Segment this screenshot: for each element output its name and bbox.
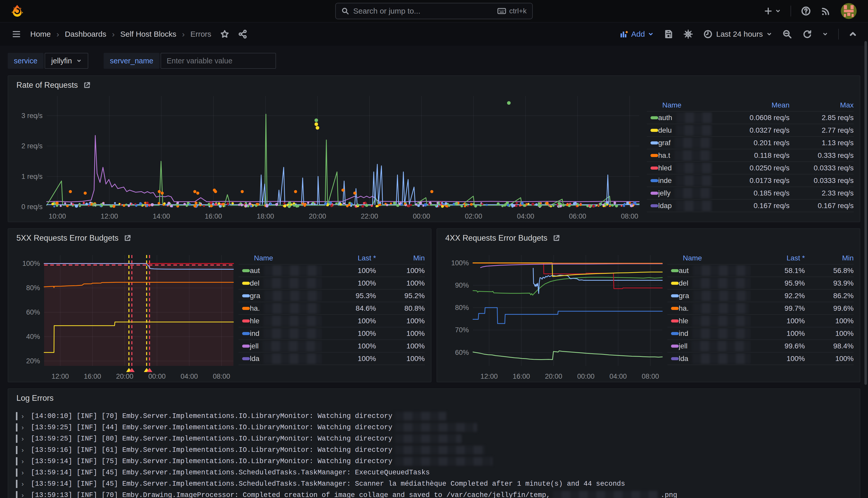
add-button[interactable]: Add: [619, 30, 654, 39]
legend-row[interactable]: inde 0.0173 req/s 0.0333 req/s: [647, 174, 854, 187]
log-row[interactable]: › [13:59:25] [INF] [80] Emby.Server.Impl…: [16, 433, 852, 444]
breadcrumb: Home › Dashboards › Self Host Blocks › E…: [30, 29, 211, 39]
log-expand-icon[interactable]: ›: [22, 480, 27, 488]
legend-row[interactable]: del 95.9% 93.9%: [667, 277, 854, 290]
legend-row[interactable]: hled 0.0250 req/s 0.0333 req/s: [647, 162, 854, 174]
redacted-name: [676, 162, 712, 174]
svg-text:20:00: 20:00: [309, 212, 326, 220]
share-icon[interactable]: [238, 29, 247, 39]
legend-col-min[interactable]: Min: [805, 254, 854, 262]
external-link-icon[interactable]: [552, 234, 560, 242]
rate-of-requests-chart[interactable]: 0 req/s1 req/s2 req/s3 req/s10:0012:0014…: [8, 92, 644, 222]
log-expand-icon[interactable]: ›: [22, 457, 27, 466]
legend-row[interactable]: jell 99.6% 98.4%: [667, 340, 854, 353]
page-scrollbar[interactable]: [864, 41, 867, 385]
help-icon[interactable]: [801, 6, 811, 16]
svg-text:12:00: 12:00: [480, 372, 498, 380]
redacted-path: [395, 412, 446, 420]
save-icon[interactable]: [664, 29, 673, 39]
legend-col-last[interactable]: Last *: [322, 254, 376, 262]
search-input[interactable]: Search or jump to... ctrl+k: [335, 3, 533, 19]
search-icon: [342, 7, 349, 15]
log-level-bar: [16, 480, 17, 488]
svg-text:16:00: 16:00: [205, 212, 222, 220]
breadcrumb-home[interactable]: Home: [30, 30, 51, 39]
redacted-path: [395, 423, 477, 432]
legend-col-mean[interactable]: Mean: [712, 101, 789, 109]
log-expand-icon[interactable]: ›: [22, 491, 27, 498]
grafana-logo-icon[interactable]: [11, 5, 23, 17]
5xx-error-budget-chart[interactable]: 20%40%60%80%100%12:0016:0020:0000:0004:0…: [8, 245, 236, 382]
panel-title[interactable]: Log Errors: [16, 394, 54, 403]
svg-text:80%: 80%: [26, 284, 40, 292]
refresh-icon[interactable]: [802, 29, 812, 39]
legend-row[interactable]: ha.t 0.118 req/s 0.333 req/s: [647, 149, 854, 162]
legend-row[interactable]: ind 100% 100%: [667, 327, 854, 340]
collapse-caret-up-icon[interactable]: [849, 30, 857, 38]
legend-row[interactable]: aut 58.1% 56.8%: [667, 264, 854, 277]
menu-icon[interactable]: [11, 30, 22, 39]
legend-row[interactable]: delu 0.0327 req/s 2.77 req/s: [647, 124, 854, 137]
legend-row[interactable]: jell 100% 100%: [239, 340, 425, 353]
log-row[interactable]: › [13:59:14] [INF] [45] Emby.Server.Impl…: [16, 467, 852, 478]
legend-row[interactable]: hle 100% 100%: [667, 315, 854, 327]
external-link-icon[interactable]: [83, 81, 91, 89]
legend-col-max[interactable]: Max: [789, 101, 854, 109]
log-row[interactable]: › [14:00:10] [INF] [70] Emby.Server.Impl…: [16, 410, 852, 422]
log-row[interactable]: › [13:59:13] [INF] [70] Emby.Drawing.Ima…: [16, 489, 852, 498]
chevron-down-icon: [766, 31, 772, 37]
log-row[interactable]: › [13:59:14] [INF] [45] Emby.Server.Impl…: [16, 478, 852, 489]
new-button[interactable]: [764, 7, 781, 15]
legend-row[interactable]: lda 100% 100%: [239, 353, 425, 365]
variable-server-name-input[interactable]: [161, 53, 276, 69]
series-color-swatch: [651, 204, 658, 207]
panel-title[interactable]: Rate of Requests: [16, 81, 78, 90]
zoom-out-icon[interactable]: [782, 29, 792, 39]
panel-title[interactable]: 5XX Requests Error Budgets: [16, 234, 119, 243]
legend-row[interactable]: jelly 0.185 req/s 2.33 req/s: [647, 187, 854, 200]
user-avatar[interactable]: [841, 3, 857, 19]
legend-row[interactable]: ha. 84.6% 80.8%: [239, 302, 425, 315]
log-expand-icon[interactable]: ›: [22, 412, 27, 420]
legend-row[interactable]: del 100% 100%: [239, 277, 425, 290]
legend-row[interactable]: gra 95.3% 95.2%: [239, 290, 425, 302]
refresh-interval-chevron-icon[interactable]: [822, 31, 828, 37]
variable-service-select[interactable]: jellyfin: [45, 53, 89, 69]
legend-row[interactable]: hle 100% 100%: [239, 315, 425, 327]
star-icon[interactable]: [220, 29, 229, 39]
settings-gear-icon[interactable]: [683, 29, 693, 39]
legend-col-last[interactable]: Last *: [751, 254, 805, 262]
legend-row[interactable]: ind 100% 100%: [239, 327, 425, 340]
legend-row[interactable]: ha. 99.7% 99.6%: [667, 302, 854, 315]
legend-row[interactable]: lda 100% 100%: [667, 353, 854, 365]
legend-col-name[interactable]: Name: [662, 101, 712, 109]
redacted-name: [692, 315, 751, 327]
panel-title[interactable]: 4XX Requests Error Budgets: [445, 234, 547, 243]
log-row[interactable]: › [13:59:16] [INF] [61] Emby.Server.Impl…: [16, 444, 852, 456]
legend-row[interactable]: auth 0.0608 req/s 2.85 req/s: [647, 112, 854, 124]
news-rss-icon[interactable]: [821, 6, 831, 16]
legend-row[interactable]: aut 100% 100%: [239, 264, 425, 277]
legend-col-name[interactable]: Name: [683, 254, 751, 262]
legend-col-name[interactable]: Name: [254, 254, 322, 262]
log-expand-icon[interactable]: ›: [22, 435, 27, 443]
log-row[interactable]: › [13:59:25] [INF] [44] Emby.Server.Impl…: [16, 422, 852, 433]
4xx-error-budget-chart[interactable]: 60%70%80%90%100%12:0016:0020:0000:0004:0…: [437, 245, 665, 382]
log-expand-icon[interactable]: ›: [22, 446, 27, 454]
legend-row[interactable]: graf 0.201 req/s 1.13 req/s: [647, 137, 854, 149]
series-color-swatch: [651, 192, 658, 195]
series-color-swatch: [242, 282, 250, 285]
legend-row[interactable]: ldap 0.167 req/s 0.167 req/s: [647, 200, 854, 212]
external-link-icon[interactable]: [124, 234, 131, 242]
log-expand-icon[interactable]: ›: [22, 423, 27, 432]
breadcrumb-dashboards[interactable]: Dashboards: [65, 30, 106, 39]
log-expand-icon[interactable]: ›: [22, 469, 27, 477]
time-range-picker[interactable]: Last 24 hours: [703, 29, 772, 39]
legend-col-min[interactable]: Min: [376, 254, 425, 262]
legend-rows: aut 100% 100% del 100% 100%: [239, 264, 425, 365]
log-row[interactable]: › [13:59:14] [INF] [75] Emby.Server.Impl…: [16, 456, 852, 467]
legend-row[interactable]: gra 92.2% 86.2%: [667, 290, 854, 302]
redacted-name: [264, 353, 322, 364]
breadcrumb-folder[interactable]: Self Host Blocks: [120, 30, 176, 39]
4xx-legend: Name Last * Min aut 58.1% 56.8%: [665, 245, 860, 382]
